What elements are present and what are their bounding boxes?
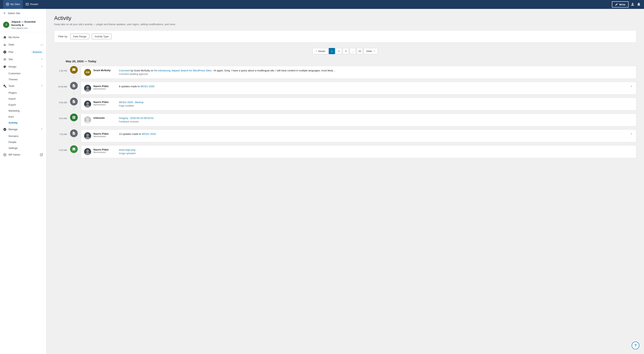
sidebar: Switch Site J Jetpack — Essential Securi… (0, 9, 46, 354)
stats-mini-chart (40, 43, 43, 46)
page-title: Activity (54, 15, 636, 21)
notifications-button[interactable] (637, 2, 641, 7)
activity-row: 8:56 AM Nauris Pūķis (54, 98, 636, 110)
activity-text: 8 updates made to WCEU 2020 (119, 85, 154, 88)
activity-content: WCEU 2020 - Backup Page modified (119, 100, 633, 107)
activity-text: Gregory - 2020-05-20 08:04:52 (119, 117, 154, 120)
site-info: J Jetpack — Essential Security & View je… (0, 18, 46, 32)
activity-type-filter[interactable]: Activity Type (92, 34, 112, 39)
wceu-link2[interactable]: WCEU 2020 (142, 132, 156, 136)
sidebar-item-import[interactable]: Import (8, 96, 46, 102)
document-icon2 (72, 100, 76, 103)
avatar-photo4 (84, 148, 91, 155)
date-section: May 20, 2020 — Today 1:36 PM (54, 60, 636, 161)
help-button[interactable]: ? (632, 342, 639, 349)
manage-label: Manage (8, 128, 38, 131)
manage-icon (3, 128, 6, 131)
older-button[interactable]: Older (364, 48, 378, 54)
date-range-filter[interactable]: Date Range (70, 34, 89, 39)
page-ellipsis: … (350, 48, 356, 54)
sidebar-item-customize[interactable]: Customize (8, 70, 46, 76)
reader-nav[interactable]: Reader (23, 0, 41, 9)
svg-text:W: W (7, 3, 8, 5)
sidebar-item-manage[interactable]: Manage (0, 126, 46, 133)
post-link[interactable]: Re-introducing Jetpack Search for WordPr… (154, 69, 212, 72)
grid-icon (72, 116, 76, 119)
design-submenu: Customize Themes (0, 70, 46, 82)
gregory-link[interactable]: Gregory - 2020-05-20 08:04:52 (119, 117, 154, 120)
comment-icon (72, 68, 76, 72)
sidebar-item-plugins[interactable]: Plugins (8, 90, 46, 96)
site-label: Site (8, 58, 38, 61)
image-link[interactable]: wceu-logo.png (119, 148, 136, 151)
sidebar-item-themes[interactable]: Themes (8, 76, 46, 82)
write-button[interactable]: Write (612, 1, 628, 8)
activity-content: 13 updates made to WCEU 2020 (119, 132, 628, 136)
activity-time: 8:04 AM (59, 117, 67, 120)
image-icon (72, 148, 76, 151)
activity-row: 6:02 AM Nauris Pūķis (54, 145, 636, 158)
sidebar-nav: My Home Stats (0, 32, 46, 160)
expand-button2[interactable] (630, 132, 633, 136)
site-logo: J (3, 22, 9, 28)
left-arrow-icon (315, 50, 317, 52)
svg-point-27 (86, 134, 89, 136)
newer-button[interactable]: Newer (312, 48, 328, 54)
sidebar-item-tools[interactable]: Tools (0, 82, 46, 90)
help-label: ? (634, 344, 637, 348)
sidebar-item-marketing[interactable]: Marketing (8, 108, 46, 114)
comment-link[interactable]: Comment (119, 69, 130, 72)
svg-point-21 (86, 86, 89, 89)
sidebar-item-people[interactable]: People (8, 139, 46, 145)
activity-row: 1:36 PM GM Grant McNulty (54, 66, 636, 79)
site-icon (3, 58, 6, 61)
design-icon (3, 65, 6, 68)
sidebar-item-my-home[interactable]: My Home (0, 34, 46, 41)
sidebar-item-activity[interactable]: Activity (8, 120, 46, 126)
activity-text: WCEU 2020 - Backup (119, 101, 144, 104)
backup-link[interactable]: WCEU 2020 - Backup (119, 101, 144, 104)
sidebar-item-design[interactable]: Design (0, 63, 46, 70)
my-sites-nav[interactable]: W My Sites (3, 0, 23, 9)
grid-icon-circle (70, 114, 78, 121)
right-arrow-icon (373, 50, 376, 52)
top-nav-left: W My Sites Reader (3, 0, 41, 9)
activity-row: 8:04 AM Unknown (54, 114, 636, 126)
user-name: Nauris Pūķis (94, 148, 116, 151)
stats-label: Stats (8, 43, 38, 46)
sidebar-item-domains[interactable]: Domains (8, 133, 46, 139)
profile-button[interactable] (630, 2, 635, 7)
sidebar-item-earn[interactable]: Earn (8, 114, 46, 120)
activity-line (74, 90, 74, 94)
activity-time-col: 1:36 PM (54, 66, 70, 72)
manage-submenu: Domains People Settings (0, 133, 46, 151)
activity-text: wceu-logo.png (119, 148, 136, 151)
avatar-unknown (84, 116, 91, 124)
unknown-avatar (84, 116, 91, 124)
wceu-link[interactable]: WCEU 2020 (140, 85, 154, 88)
svg-rect-11 (41, 44, 42, 45)
sidebar-item-stats[interactable]: Stats (0, 41, 46, 48)
sidebar-item-settings[interactable]: Settings (8, 145, 46, 151)
svg-rect-15 (42, 44, 42, 45)
page-2-button[interactable]: 2 (336, 48, 342, 54)
manage-chevron (40, 128, 43, 131)
sidebar-item-site[interactable]: Site (0, 56, 46, 63)
user-info: Grant McNulty (94, 69, 116, 72)
user-info: Nauris Pūķis Administrator (94, 85, 116, 90)
sidebar-item-plan[interactable]: Plan Business (0, 48, 46, 56)
sidebar-item-export[interactable]: Export (8, 102, 46, 108)
chevron-up-icon3 (40, 128, 43, 130)
expand-button[interactable] (630, 85, 633, 88)
activity-card: Nauris Pūķis Administrator 13 updates ma… (81, 130, 636, 142)
chevron-up-icon2 (40, 84, 43, 87)
page-1-button[interactable]: 1 (329, 48, 335, 54)
activity-text: Comment by Grant McNulty on Re-introduci… (119, 69, 336, 72)
user-role: Administrator (94, 135, 116, 138)
svg-point-29 (86, 150, 89, 152)
reader-icon (26, 2, 29, 6)
switch-site-button[interactable]: Switch Site (0, 9, 46, 18)
page-33-button[interactable]: 33 (356, 48, 363, 54)
page-3-button[interactable]: 3 (343, 48, 349, 54)
sidebar-item-wp-admin[interactable]: W WP Admin (0, 151, 46, 158)
